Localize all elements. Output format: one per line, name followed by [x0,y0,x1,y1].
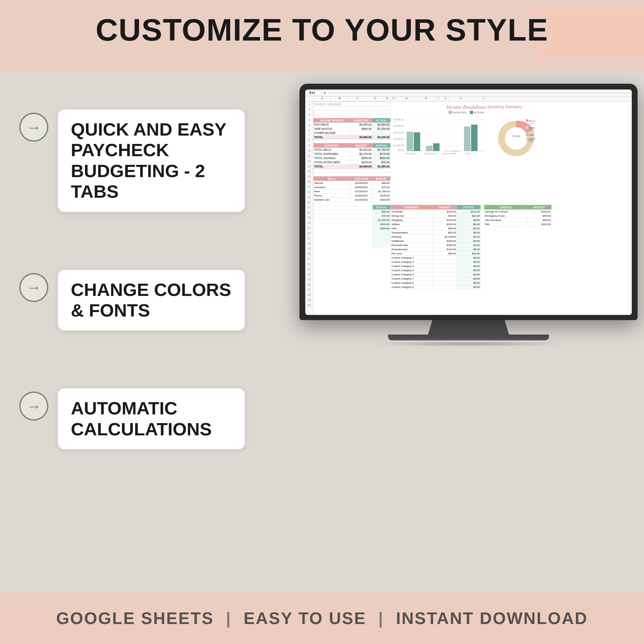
monitor-screen: R44 fx A B C D E F G H [305,90,632,315]
footer-separator-1: | [226,609,237,628]
svg-text:PAYCHECK: PAYCHECK [405,153,416,154]
svg-text:$4,000.00: $4,000.00 [394,125,403,127]
feature-item-2: → CHANGE COLORS & FONTS [19,270,245,331]
svg-text:BILLS: BILLS [529,120,535,122]
svg-text:$2,000.00: $2,000.00 [394,138,403,140]
footer-part-2: EASY TO USE [244,609,366,628]
arrow-icon-2: → [26,279,42,296]
feature-title-1: QUICK AND EASY PAYCHECK BUDGETING - 2 TA… [71,119,226,202]
cell-reference: R44 [307,90,322,95]
monitor-frame: R44 fx A B C D E F G H [299,84,638,320]
feature-bubble-1: QUICK AND EASY PAYCHECK BUDGETING - 2 TA… [58,109,245,212]
main-grid: 1234567891011121314151617181920212223242… [305,102,632,315]
formula-icon: fx [324,91,326,95]
svg-rect-29 [526,126,528,129]
legend-expected-label: EXPECTED [453,111,467,114]
legend-actual-color [470,111,473,114]
legend-expected: EXPECTED [449,111,467,114]
monitor-shadow [372,341,565,347]
svg-text:$3,000.00: $3,000.00 [394,131,403,134]
svg-rect-19 [471,125,478,151]
spending-summary-area: Spending Summary [487,102,555,162]
feature-item-3: → AUTOMATIC CALCULATIONS [19,388,245,449]
income-header-actual: ACTUAL [372,118,390,123]
legend-actual-label: ACTUAL [474,111,484,114]
svg-rect-12 [407,132,413,151]
arrow-icon-3: → [26,397,42,415]
legend-actual: ACTUAL [470,111,484,114]
footer-part-1: GOOGLE SHEETS [56,609,214,628]
svg-text:$0.00: $0.00 [398,149,403,151]
bills-actual-table: ACTUAL $90.00 $70.00 $1,200.00 $100.00 $… [373,205,391,247]
savings-table: SAVINGS BUDGET Savings for a house$100.0… [484,205,552,226]
svg-text:13.9%: 13.9% [529,123,535,125]
svg-rect-32 [526,133,528,136]
income-header-source: INCOME SOURCE [314,118,350,123]
column-headers: A B C D E F G H I J K L [305,97,632,102]
svg-text:SAVI: SAVI [529,134,534,136]
feature-title-3: AUTOMATIC CALCULATIONS [71,398,212,439]
footer-part-3: INSTANT DOWNLOAD [396,609,588,628]
donut-chart-svg: 76.1% BILLS 13.9% EXPE 7.4% SAV [487,109,545,161]
feature-title-2: CHANGE COLORS & FONTS [71,279,231,320]
monitor-stand-section [299,320,638,347]
bar-chart-svg: $5,000.00 $4,000.00 $3,000.00 $2,000.00 … [394,116,484,154]
formula-bar [328,92,630,94]
svg-text:OTHER INCOME: OTHER INCOME [442,153,457,154]
feature-bubble-3: AUTOMATIC CALCULATIONS [58,388,245,449]
income-table: PAYDAY: 10/10/2023 INCOME SOURCE EXPECTE… [313,102,391,219]
svg-rect-13 [414,132,420,151]
footer-text: GOOGLE SHEETS | EASY TO USE | INSTANT DO… [56,609,588,628]
feature-item-1: → QUICK AND EASY PAYCHECK BUDGETING - 2 … [19,109,245,212]
monitor-base [388,335,549,340]
bills-actual-column: ACTUAL $90.00 $70.00 $1,200.00 $100.00 $… [373,205,391,247]
svg-text:$5,000.00: $5,000.00 [394,118,403,121]
savings-table-container: SAVINGS BUDGET Savings for a house$100.0… [484,205,552,226]
monitor-section: R44 fx A B C D E F G H [299,84,638,347]
svg-rect-34 [526,137,528,140]
spreadsheet-toolbar: R44 fx [305,90,632,97]
svg-text:TOTAL: TOTAL [465,153,471,154]
left-columns: PAYDAY: 10/10/2023 INCOME SOURCE EXPECTE… [313,102,391,219]
arrow-icon-1: → [26,118,42,136]
svg-rect-26 [526,119,528,122]
svg-rect-14 [426,146,432,151]
spreadsheet-container: R44 fx A B C D E F G H [305,90,632,315]
spreadsheet-data: PAYDAY: 10/10/2023 INCOME SOURCE EXPECTE… [313,102,632,315]
features-section: → QUICK AND EASY PAYCHECK BUDGETING - 2 … [19,109,245,449]
monitor-chin [305,315,632,320]
feature-bubble-2: CHANGE COLORS & FONTS [58,270,245,331]
feature-arrow-3: → [19,392,48,421]
svg-text:EXTR: EXTR [529,138,535,140]
main-title: CUSTOMIZE TO YOUR STYLE [96,13,548,47]
svg-text:SIDE HUSTLE: SIDE HUSTLE [423,153,436,154]
svg-point-24 [505,127,527,150]
expenses-table: EXPENSES BUDGET ACTUAL Groceries$100.00$… [391,205,481,289]
svg-text:$1,000.00: $1,000.00 [394,144,403,147]
expenses-table-container: EXPENSES BUDGET ACTUAL Groceries$100.00$… [391,205,481,289]
legend-expected-color [449,111,452,114]
feature-arrow-2: → [19,273,48,302]
svg-rect-16 [445,151,452,151]
row-numbers: 1234567891011121314151617181920212223242… [305,102,313,315]
income-header-expected: EXPECTED [350,118,372,123]
svg-text:7.4%: 7.4% [529,130,534,132]
footer-separator-2: | [378,609,390,628]
svg-text:76.1%: 76.1% [512,135,520,138]
payday-row: PAYDAY: 10/10/2023 [314,102,391,107]
bottom-banner: GOOGLE SHEETS | EASY TO USE | INSTANT DO… [0,592,644,644]
spending-chart-title: Spending Summary [487,102,555,109]
monitor-neck [423,320,514,335]
title-section: CUSTOMIZE TO YOUR STYLE [0,13,644,47]
svg-rect-18 [464,127,470,151]
svg-rect-17 [452,151,459,151]
svg-rect-15 [433,143,440,151]
page-wrapper: GOOGLE SHEETS | EASY TO USE | INSTANT DO… [0,0,644,644]
feature-arrow-1: → [19,113,48,142]
svg-text:EXPE: EXPE [529,127,535,129]
